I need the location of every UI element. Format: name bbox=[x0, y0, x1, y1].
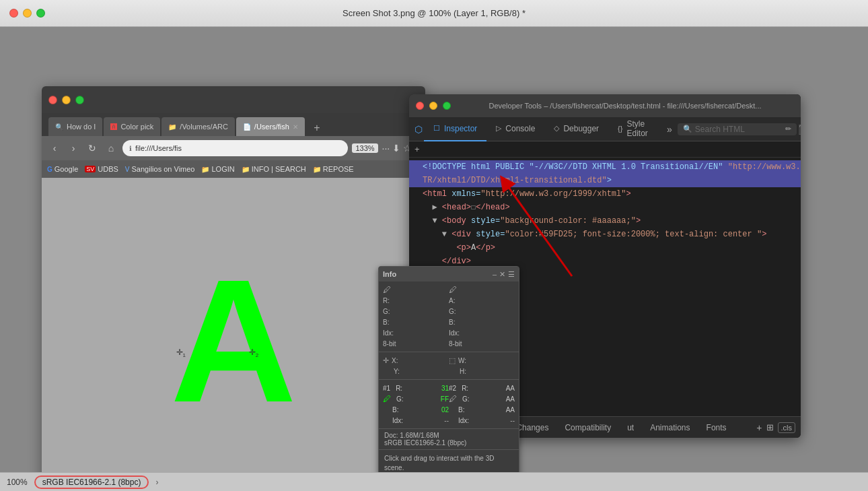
status-profile: sRGB IEC61966-2.1 (8bpc) bbox=[34, 476, 149, 489]
reader-button[interactable]: ⬇ bbox=[392, 143, 400, 154]
fonts-label: Fonts bbox=[707, 423, 727, 432]
bookmark-label: INFO | SEARCH bbox=[252, 165, 306, 173]
bookmark-repose[interactable]: 📁 REPOSE bbox=[313, 165, 354, 173]
tab-volumes[interactable]: 📁 /Volumes/ARC bbox=[161, 117, 235, 136]
minimize-button[interactable] bbox=[23, 9, 32, 18]
bottom-tab-ut[interactable]: ut bbox=[619, 417, 642, 438]
browser-maximize[interactable] bbox=[75, 96, 84, 104]
window-controls bbox=[9, 9, 45, 18]
tab-debugger[interactable]: ◇ Debugger bbox=[544, 117, 608, 141]
tab-style-editor[interactable]: {} Style Editor bbox=[608, 117, 663, 141]
new-tab-button[interactable]: + bbox=[309, 120, 325, 136]
bookmark-login[interactable]: 📁 LOGIN bbox=[201, 165, 234, 173]
bookmark-label: Sangilios on Vimeo bbox=[132, 165, 195, 173]
sample2-g-label: G: bbox=[462, 395, 470, 403]
tab-users-fish[interactable]: 📄 /Users/fish ✕ bbox=[236, 117, 305, 136]
r-label-left: R: bbox=[383, 297, 396, 304]
code-line-html[interactable]: <html xmlns="http://www.w3.org/1999/xhtm… bbox=[409, 187, 801, 201]
devtools-search[interactable]: 🔍 ✏ bbox=[678, 123, 797, 135]
close-button[interactable] bbox=[9, 9, 18, 18]
info-sample-1: #1 R: 31 🖊 G: FF B: 02 Idx: bbox=[383, 383, 449, 426]
code-line-body[interactable]: ▼ <body style="background-color: #aaaaaa… bbox=[409, 214, 801, 228]
bookmark-label: REPOSE bbox=[323, 165, 354, 173]
g-label-right: G: bbox=[449, 308, 462, 315]
dock-button[interactable]: ⬛ bbox=[798, 120, 801, 139]
back-button[interactable]: ‹ bbox=[47, 141, 62, 156]
info-collapse-button[interactable]: – bbox=[493, 270, 497, 279]
bottom-tab-compat[interactable]: Compatibility bbox=[556, 417, 619, 438]
doc-info-text: Doc: 1.68M/1.68M bbox=[384, 432, 513, 439]
tab-console[interactable]: ▷ Console bbox=[486, 117, 544, 141]
devtools-close[interactable] bbox=[416, 102, 424, 110]
add-node-button[interactable]: + bbox=[414, 144, 420, 154]
browser-window: 🔍 How do I 🅰 Color pick 📁 /Volumes/ARC 📄… bbox=[42, 86, 425, 472]
reload-button[interactable]: ↻ bbox=[85, 141, 100, 156]
status-arrow: › bbox=[155, 478, 158, 487]
crosshair-1: ✛1 bbox=[176, 348, 186, 358]
pick-element-button[interactable]: ⊞ bbox=[766, 422, 774, 432]
address-text: file:///Users/fis bbox=[135, 144, 182, 152]
info-wh: ⬚ W: H: bbox=[449, 355, 515, 377]
idx-label-left: Idx: bbox=[383, 329, 396, 337]
debugger-label: Debugger bbox=[563, 124, 599, 133]
info-doc-section: Doc: 1.68M/1.68M sRGB IEC61966-2.1 (8bpc… bbox=[379, 429, 519, 450]
tab-inspector[interactable]: ☐ Inspector bbox=[424, 117, 486, 141]
bookmark-google[interactable]: G Google bbox=[47, 165, 78, 173]
profile-text: sRGB IEC61966-2.1 (8bpc) bbox=[384, 439, 513, 447]
sample1-g-label: G: bbox=[396, 395, 404, 403]
status-zoom: 100% bbox=[7, 478, 28, 487]
window-title: Screen Shot 3.png @ 100% (Layer 1, RGB/8… bbox=[342, 8, 526, 18]
bookmark-vimeo[interactable]: V Sangilios on Vimeo bbox=[125, 165, 195, 173]
search-icon: 🔍 bbox=[683, 125, 692, 133]
search-pencil-icon[interactable]: ✏ bbox=[785, 125, 791, 133]
style-editor-label: Style Editor bbox=[626, 119, 653, 138]
more-tabs-button[interactable]: » bbox=[663, 120, 676, 139]
forward-button[interactable]: › bbox=[66, 141, 81, 156]
sample2-r-label: R: bbox=[462, 385, 468, 392]
tab-color-pick[interactable]: 🅰 Color pick bbox=[104, 117, 160, 136]
tab-how-do-i[interactable]: 🔍 How do I bbox=[48, 117, 102, 136]
search-input[interactable] bbox=[695, 125, 783, 134]
browser-navbar: ‹ › ↻ ⌂ ℹ file:///Users/fis 133% ··· ⬇ ☆… bbox=[42, 136, 425, 160]
devtools-maximize[interactable] bbox=[443, 102, 451, 110]
code-line-p[interactable]: <p>A</p> bbox=[409, 241, 801, 255]
address-bar[interactable]: ℹ file:///Users/fis bbox=[122, 140, 348, 156]
code-line-head[interactable]: ▶ <head>◻</head> bbox=[409, 201, 801, 214]
bookmark-udbs[interactable]: SV UDBS bbox=[85, 165, 118, 173]
info-sample-2: #2 R: AA 🖊 G: AA B: AA Idx: bbox=[449, 383, 515, 426]
ut-label: ut bbox=[627, 423, 634, 432]
add-rule-button[interactable]: + bbox=[756, 422, 762, 433]
y-label: Y: bbox=[394, 368, 407, 375]
compat-label: Compatibility bbox=[565, 423, 611, 432]
bit-label-left: 8-bit bbox=[383, 340, 396, 348]
code-line-doctype-2[interactable]: TR/xhtml1/DTD/xhtml1-transitional.dtd"> bbox=[409, 174, 801, 187]
crosshair-2: ✛2 bbox=[249, 348, 258, 358]
bottom-tab-animations[interactable]: Animations bbox=[642, 417, 698, 438]
bookmark-info[interactable]: 📁 INFO | SEARCH bbox=[242, 165, 306, 173]
browser-tabs: 🔍 How do I 🅰 Color pick 📁 /Volumes/ARC 📄… bbox=[42, 113, 425, 136]
code-line-div[interactable]: ▼ <div style="color:#59FD25; font-size:2… bbox=[409, 228, 801, 241]
eyedropper-sample2-icon: 🖊 bbox=[449, 394, 457, 403]
maximize-button[interactable] bbox=[36, 9, 45, 18]
info-panel-controls: – ✕ ☰ bbox=[493, 270, 515, 279]
cls-button[interactable]: .cls bbox=[778, 422, 796, 433]
info-position-section: ✛ X: Y: ⬚ W: H: bbox=[379, 352, 519, 380]
inspector-pick-button[interactable]: ⬡ bbox=[414, 120, 423, 139]
browser-minimize[interactable] bbox=[62, 96, 71, 104]
sample1-b-label: B: bbox=[392, 406, 398, 414]
info-close-button[interactable]: ✕ bbox=[499, 270, 505, 279]
home-button[interactable]: ⌂ bbox=[104, 141, 118, 156]
more-button[interactable]: ··· bbox=[382, 143, 390, 154]
sample1-r-val: 31 bbox=[441, 385, 449, 392]
tab-label: How do I bbox=[67, 123, 96, 131]
console-icon: ▷ bbox=[496, 124, 501, 133]
tab-close-icon[interactable]: ✕ bbox=[293, 123, 298, 131]
code-line-doctype[interactable]: <!DOCTYPE html PUBLIC "-//W3C//DTD XHTML… bbox=[409, 160, 801, 174]
letter-a-display: A bbox=[170, 253, 297, 428]
browser-close[interactable] bbox=[48, 96, 57, 104]
devtools-minimize[interactable] bbox=[429, 102, 437, 110]
info-menu-button[interactable]: ☰ bbox=[508, 270, 515, 279]
b-label-right: B: bbox=[449, 319, 462, 326]
bottom-tab-fonts[interactable]: Fonts bbox=[698, 417, 735, 438]
info-left-color: 🖊 R: G: B: Idx: 8-bit bbox=[383, 284, 449, 349]
